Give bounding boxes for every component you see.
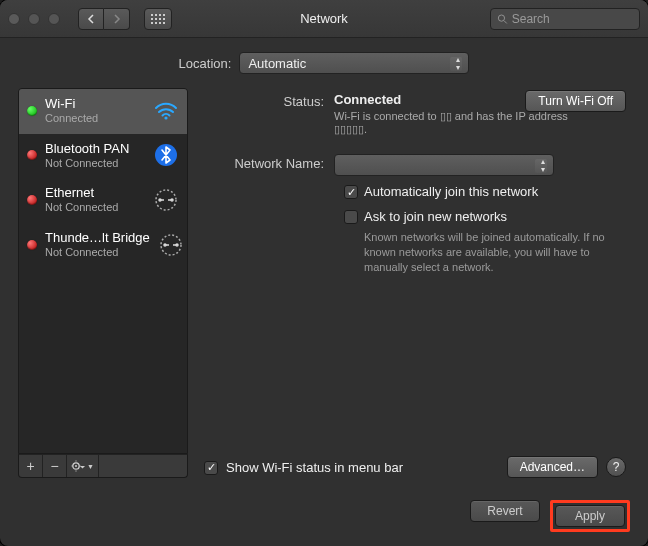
network-name-row: Network Name: ▴▾: [204, 154, 624, 176]
status-description: Wi-Fi is connected to ▯▯ and has the IP …: [334, 110, 594, 136]
service-actions-menu[interactable]: ▼: [67, 455, 99, 477]
svg-rect-3: [163, 14, 165, 16]
show-all-button[interactable]: [144, 8, 172, 30]
titlebar: Network: [0, 0, 648, 38]
thunderbolt-icon: [158, 232, 184, 258]
zoom-window-button[interactable]: [48, 13, 60, 25]
ethernet-icon: [153, 187, 179, 213]
svg-rect-8: [151, 22, 153, 24]
svg-point-17: [159, 199, 161, 201]
wifi-icon: [153, 98, 179, 124]
help-button[interactable]: ?: [606, 457, 626, 477]
network-name-label: Network Name:: [204, 154, 334, 171]
detail-pane: Turn Wi-Fi Off Status: Connected Wi-Fi i…: [204, 88, 630, 478]
svg-point-21: [176, 244, 178, 246]
location-label: Location:: [179, 56, 232, 71]
search-input[interactable]: [512, 12, 633, 26]
show-menu-checkbox[interactable]: [204, 461, 218, 475]
minimize-window-button[interactable]: [28, 13, 40, 25]
status-dot-icon: [27, 106, 37, 116]
pane-bottom-row: Show Wi-Fi status in menu bar Advanced… …: [204, 446, 626, 478]
service-name: Bluetooth PAN: [45, 142, 145, 157]
status-dot-icon: [27, 240, 37, 250]
chevron-right-icon: [113, 14, 121, 24]
advanced-button[interactable]: Advanced…: [507, 456, 598, 478]
svg-point-20: [164, 244, 166, 246]
service-status: Connected: [45, 112, 145, 125]
auto-join-checkbox[interactable]: [344, 185, 358, 199]
footer: Revert Apply: [0, 490, 648, 546]
service-status: Not Connected: [45, 246, 150, 259]
search-icon: [497, 13, 508, 25]
back-button[interactable]: [78, 8, 104, 30]
service-thunderbolt-bridge[interactable]: Thunde…lt Bridge Not Connected: [19, 223, 187, 268]
close-window-button[interactable]: [8, 13, 20, 25]
service-ethernet[interactable]: Ethernet Not Connected: [19, 178, 187, 223]
search-field[interactable]: [490, 8, 640, 30]
main-split: Wi-Fi Connected Bluetooth PAN Not Connec…: [18, 88, 630, 478]
service-status: Not Connected: [45, 157, 145, 170]
location-value: Automatic: [248, 56, 306, 71]
service-list[interactable]: Wi-Fi Connected Bluetooth PAN Not Connec…: [18, 88, 188, 454]
service-name: Ethernet: [45, 186, 145, 201]
grid-icon: [151, 14, 165, 24]
ask-join-label: Ask to join new networks: [364, 209, 507, 224]
network-name-select[interactable]: ▴▾: [334, 154, 554, 176]
svg-rect-5: [155, 18, 157, 20]
svg-rect-0: [151, 14, 153, 16]
svg-rect-9: [155, 22, 157, 24]
show-menu-label: Show Wi-Fi status in menu bar: [226, 460, 403, 475]
network-preferences-window: Network Location: Automatic ▴▾ Wi-Fi: [0, 0, 648, 546]
service-list-toolbar: + − ▼: [18, 454, 188, 478]
service-status: Not Connected: [45, 201, 145, 214]
svg-rect-1: [155, 14, 157, 16]
auto-join-label: Automatically join this network: [364, 184, 538, 199]
ask-join-help: Known networks will be joined automatica…: [364, 230, 624, 275]
ask-join-row: Ask to join new networks: [344, 209, 624, 224]
service-bluetooth-pan[interactable]: Bluetooth PAN Not Connected: [19, 134, 187, 179]
service-name: Wi-Fi: [45, 97, 145, 112]
svg-rect-2: [159, 14, 161, 16]
svg-line-13: [504, 20, 507, 23]
status-label: Status:: [204, 92, 334, 109]
svg-rect-4: [151, 18, 153, 20]
turn-wifi-off-button[interactable]: Turn Wi-Fi Off: [525, 90, 626, 112]
auto-join-row: Automatically join this network: [344, 184, 624, 199]
svg-rect-11: [163, 22, 165, 24]
bluetooth-icon: [153, 142, 179, 168]
service-wifi[interactable]: Wi-Fi Connected: [19, 89, 187, 134]
svg-rect-6: [159, 18, 161, 20]
location-row: Location: Automatic ▴▾: [18, 52, 630, 74]
add-service-button[interactable]: +: [19, 455, 43, 477]
svg-rect-10: [159, 22, 161, 24]
forward-button[interactable]: [104, 8, 130, 30]
svg-point-23: [75, 465, 77, 467]
svg-rect-7: [163, 18, 165, 20]
svg-point-12: [498, 14, 504, 20]
status-dot-icon: [27, 150, 37, 160]
apply-button[interactable]: Apply: [555, 505, 625, 527]
chevron-down-icon: ▼: [87, 463, 94, 470]
window-controls: [8, 13, 60, 25]
stepper-icon: ▴▾: [456, 56, 460, 72]
status-dot-icon: [27, 195, 37, 205]
service-name: Thunde…lt Bridge: [45, 231, 150, 246]
svg-point-18: [171, 199, 173, 201]
svg-point-14: [164, 116, 167, 119]
nav-buttons: [78, 8, 130, 30]
content-area: Location: Automatic ▴▾ Wi-Fi Connected: [0, 38, 648, 490]
remove-service-button[interactable]: −: [43, 455, 67, 477]
service-list-container: Wi-Fi Connected Bluetooth PAN Not Connec…: [18, 88, 188, 478]
location-select[interactable]: Automatic ▴▾: [239, 52, 469, 74]
chevron-left-icon: [87, 14, 95, 24]
apply-highlight: Apply: [550, 500, 630, 532]
gear-icon: [71, 460, 85, 472]
stepper-icon: ▴▾: [541, 158, 545, 174]
revert-button[interactable]: Revert: [470, 500, 540, 522]
ask-join-checkbox[interactable]: [344, 210, 358, 224]
